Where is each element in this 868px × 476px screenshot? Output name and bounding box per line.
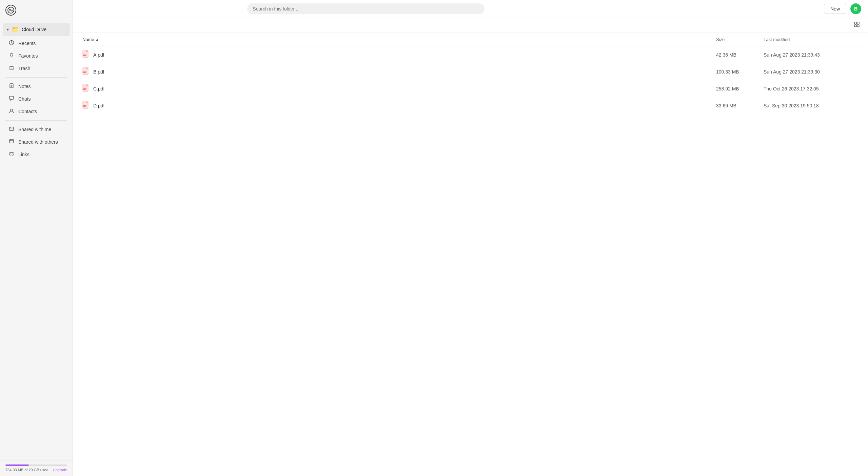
links-label: Links <box>18 152 29 157</box>
sidebar-item-contacts[interactable]: Contacts <box>3 105 70 118</box>
storage-info: 754.33 MB of 20 GB used Upgrade <box>5 468 67 472</box>
file-list-header: Name ▲ Size Last modified <box>80 33 861 46</box>
chats-icon <box>8 96 15 102</box>
file-name: A.pdf <box>93 52 104 58</box>
table-row[interactable]: PDF C.pdf 258.92 MB Thu Oct 26 2023 17:3… <box>80 80 861 97</box>
sidebar-item-cloud-drive[interactable]: ▾ 📁 Cloud Drive <box>3 23 70 36</box>
file-rows: PDF A.pdf 42.36 MB Sun Aug 27 2023 21:39… <box>80 46 861 114</box>
cloud-drive-section: ▾ 📁 Cloud Drive <box>0 23 73 36</box>
file-size: 100.33 MB <box>716 69 764 75</box>
file-modified: Sun Aug 27 2023 21:39:43 <box>764 52 859 58</box>
file-list-container: Name ▲ Size Last modified PDF A.pdf 42.3… <box>73 33 868 476</box>
notes-icon <box>8 83 15 90</box>
search-bar <box>247 3 485 14</box>
column-name[interactable]: Name ▲ <box>82 37 716 42</box>
storage-used-text: 754.33 MB of 20 GB used <box>5 468 48 472</box>
trash-icon <box>8 65 15 72</box>
search-input[interactable] <box>247 3 485 14</box>
file-modified: Sun Aug 27 2023 21:39:30 <box>764 69 859 75</box>
sidebar-item-shared-with-others[interactable]: Shared with others <box>3 136 70 148</box>
svg-point-12 <box>11 109 13 111</box>
notes-label: Notes <box>18 84 31 89</box>
header-actions: New B <box>824 3 861 14</box>
svg-rect-13 <box>9 127 14 130</box>
svg-text:PDF: PDF <box>83 71 86 73</box>
trash-label: Trash <box>18 66 30 71</box>
links-icon <box>8 151 15 158</box>
pdf-file-icon: PDF <box>82 50 90 60</box>
avatar[interactable]: B <box>850 3 861 14</box>
contacts-label: Contacts <box>18 109 37 114</box>
logo-area <box>0 0 73 20</box>
folder-icon: 📁 <box>12 26 19 33</box>
view-toggle-row <box>73 18 868 33</box>
table-row[interactable]: PDF D.pdf 33.69 MB Sat Sep 30 2023 19:50… <box>80 97 861 114</box>
sidebar: ▾ 📁 Cloud Drive Recents Favorites <box>0 0 73 476</box>
svg-rect-18 <box>857 22 859 24</box>
sidebar-item-shared-with-me[interactable]: Shared with me <box>3 123 70 136</box>
contacts-icon <box>8 108 15 115</box>
main-content: New B Name ▲ Size Last modified <box>73 0 868 476</box>
divider-2 <box>5 120 67 121</box>
favorites-icon <box>8 53 15 59</box>
sidebar-item-chats[interactable]: Chats <box>3 93 70 105</box>
shared-with-me-icon <box>8 126 15 133</box>
sidebar-footer: 754.33 MB of 20 GB used Upgrade <box>0 460 73 476</box>
storage-bar-fill <box>5 464 29 466</box>
column-modified: Last modified <box>764 37 859 42</box>
file-modified: Thu Oct 26 2023 17:32:05 <box>764 86 859 91</box>
header: New B <box>73 0 868 18</box>
storage-bar-background <box>5 464 67 466</box>
pdf-file-icon: PDF <box>82 101 90 110</box>
column-size: Size <box>716 37 764 42</box>
svg-rect-3 <box>10 67 13 70</box>
upgrade-link[interactable]: Upgrade <box>53 468 67 472</box>
recents-icon <box>8 40 15 47</box>
svg-text:PDF: PDF <box>83 105 86 107</box>
svg-rect-20 <box>857 25 859 27</box>
table-row[interactable]: PDF B.pdf 100.33 MB Sun Aug 27 2023 21:3… <box>80 63 861 80</box>
file-name: B.pdf <box>93 69 104 75</box>
file-size: 42.36 MB <box>716 52 764 58</box>
shared-with-me-label: Shared with me <box>18 127 51 132</box>
svg-rect-17 <box>854 22 856 24</box>
divider-1 <box>5 77 67 78</box>
svg-text:PDF: PDF <box>83 88 86 90</box>
chats-label: Chats <box>18 96 31 102</box>
sidebar-item-notes[interactable]: Notes <box>3 80 70 92</box>
sidebar-navigation: ▾ 📁 Cloud Drive Recents Favorites <box>0 20 73 460</box>
file-name: C.pdf <box>93 86 104 91</box>
shared-with-others-label: Shared with others <box>18 139 58 145</box>
file-size: 33.69 MB <box>716 103 764 108</box>
sort-arrow-icon: ▲ <box>96 38 99 41</box>
svg-rect-19 <box>854 25 856 27</box>
new-button[interactable]: New <box>824 4 846 14</box>
sidebar-item-favorites[interactable]: Favorites <box>3 50 70 62</box>
file-name: D.pdf <box>93 103 104 108</box>
chevron-down-icon: ▾ <box>7 27 9 32</box>
grid-toggle-button[interactable] <box>852 20 861 30</box>
shared-with-others-icon <box>8 139 15 145</box>
svg-rect-15 <box>9 140 14 143</box>
app-logo <box>5 5 16 16</box>
table-row[interactable]: PDF A.pdf 42.36 MB Sun Aug 27 2023 21:39… <box>80 46 861 63</box>
sidebar-item-recents[interactable]: Recents <box>3 37 70 49</box>
svg-text:PDF: PDF <box>83 55 86 56</box>
pdf-file-icon: PDF <box>82 67 90 77</box>
sidebar-item-links[interactable]: Links <box>3 148 70 161</box>
file-modified: Sat Sep 30 2023 19:50:18 <box>764 103 859 108</box>
cloud-drive-label: Cloud Drive <box>22 27 46 32</box>
favorites-label: Favorites <box>18 53 38 59</box>
file-size: 258.92 MB <box>716 86 764 91</box>
pdf-file-icon: PDF <box>82 84 90 94</box>
sidebar-item-trash[interactable]: Trash <box>3 62 70 75</box>
recents-label: Recents <box>18 41 36 46</box>
